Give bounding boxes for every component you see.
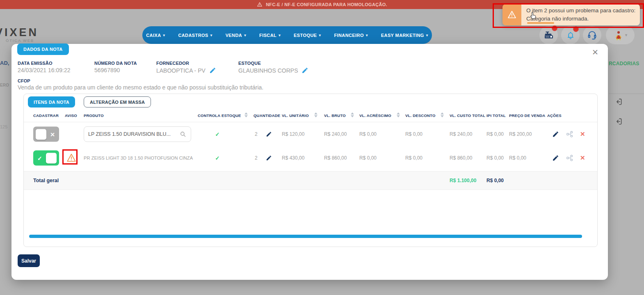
logo-title: VIXEN	[0, 26, 39, 39]
edit-row-pencil-icon[interactable]	[552, 155, 559, 162]
caret-down-icon: ▾	[244, 33, 246, 37]
field-fornecedor: FORNECEDOR LABOOPTICA - PV	[156, 61, 216, 74]
warning-triangle-icon	[257, 2, 263, 7]
vl-desconto-value: R$ 0,00	[405, 131, 422, 137]
vl-acrescimo-value: R$ 0,00	[359, 131, 377, 137]
background-fragment-right: RCADORIAS	[609, 61, 639, 66]
total-row: Total geral R$ 1.100,00 R$ 0,00	[24, 171, 597, 190]
tab-alteracao-em-massa[interactable]: ALTERAÇÃO EM MASSA	[84, 96, 151, 107]
table-row: ✕ ✓ 2 R$ 120,00 R$ 240,00 R$ 0,00 R$ 0,0…	[24, 122, 597, 146]
main-nav: CAIXA▾ CADASTROS▾ VENDA▾ FISCAL▾ ESTOQUE…	[142, 26, 432, 44]
split-item-icon[interactable]	[566, 130, 573, 138]
vl-custo-total-value: R$ 860,00	[450, 155, 472, 161]
caret-down-icon: ▾	[279, 33, 281, 37]
items-card: ITENS DA NOTA ALTERAÇÃO EM MASSA CADASTR…	[23, 94, 598, 247]
col-header-produto: PRODUTO	[84, 113, 104, 118]
quantidade-value: 2	[255, 155, 258, 161]
field-numero-da-nota: NÚMERO DA NOTA 56967890	[94, 61, 137, 73]
col-header-cadastrar: CADASTRAR	[33, 113, 59, 118]
save-button[interactable]: Salvar	[18, 254, 40, 267]
sort-icon[interactable]	[397, 112, 400, 117]
field-data-emissao: DATA EMISSÃO 24/03/2021 16:09:22	[18, 61, 70, 73]
cash-register-icon	[544, 30, 554, 40]
field-value: GLAUBINHOS CORPS	[238, 67, 298, 74]
product-search-field[interactable]	[84, 126, 191, 142]
edit-row-pencil-icon[interactable]	[552, 131, 559, 138]
cadastrar-toggle-on[interactable]: ✓	[33, 151, 59, 166]
vl-custo-total-value: R$ 240,00	[450, 131, 472, 137]
user-menu-button[interactable]: ▾	[606, 26, 635, 44]
cfop-label: CFOP	[18, 78, 30, 83]
edit-quantity-pencil-icon[interactable]	[266, 155, 272, 161]
col-header-vl-bruto: VL. BRUTO	[324, 113, 346, 118]
horizontal-scrollbar[interactable]	[29, 235, 582, 238]
col-header-vl-custo-total: VL. CUSTO TOTAL	[450, 113, 485, 118]
edit-pencil-icon[interactable]	[209, 67, 216, 74]
alert-bar-text: NFC-E / NF-E CONFIGURADA PARA HOMOLOGAÇÃ…	[266, 2, 387, 7]
nav-item-cadastros[interactable]: CADASTROS▾	[171, 33, 219, 38]
nav-item-caixa[interactable]: CAIXA▾	[139, 33, 171, 38]
col-header-preco-de-venda: PREÇO DE VENDA	[509, 113, 545, 118]
nav-item-financeiro[interactable]: FINANCEIRO▾	[327, 33, 374, 38]
field-estoque: ESTOQUE GLAUBINHOS CORPS	[238, 61, 308, 74]
total-label: Total geral	[33, 178, 59, 183]
quantidade-value: 2	[255, 131, 258, 137]
app-logo: VIXEN ÓTICA WEB	[0, 26, 39, 43]
annotation-box-warning	[62, 149, 78, 165]
annotation-box-toast	[493, 3, 644, 28]
vl-acrescimo-value: R$ 0,00	[359, 155, 377, 161]
chevron-down-icon: ▾	[625, 32, 628, 38]
tab-itens-da-nota[interactable]: ITENS DA NOTA	[28, 96, 75, 107]
ipi-total-value: R$ 0,00	[486, 155, 504, 161]
vl-unitario-value: R$ 120,00	[282, 131, 304, 137]
toggle-knob	[36, 129, 46, 139]
sort-icon[interactable]	[244, 112, 248, 117]
vl-bruto-value: R$ 240,00	[324, 131, 347, 137]
field-label: NÚMERO DA NOTA	[94, 61, 137, 66]
preco-de-venda-value: R$ 0,00	[509, 155, 526, 161]
sort-icon[interactable]	[441, 112, 444, 117]
field-value: LABOOPTICA - PV	[156, 67, 206, 74]
vl-unitario-value: R$ 430,00	[282, 155, 304, 161]
logout-icon[interactable]	[614, 117, 623, 126]
sort-icon[interactable]	[351, 112, 354, 117]
headset-icon	[587, 30, 597, 40]
sort-icon[interactable]	[314, 112, 317, 117]
delete-row-icon[interactable]: ✕	[580, 154, 585, 162]
cfop-value: Venda de um produto para um cliente do m…	[18, 84, 263, 91]
product-name: PR ZEISS LIGHT 3D 18 1.50 PHOTOFUSION CI…	[84, 156, 193, 160]
close-icon[interactable]: ✕	[590, 47, 601, 57]
field-value: 24/03/2021 16:09:22	[18, 67, 70, 73]
col-header-vl-desconto: VL. DESCONTO	[405, 113, 435, 118]
field-label: DATA EMISSÃO	[18, 61, 70, 66]
split-item-icon[interactable]	[566, 154, 573, 162]
product-search-input[interactable]	[88, 131, 177, 137]
col-header-vl-unitario: VL. UNITÁRIO	[282, 113, 309, 118]
col-header-quantidade: QUANTIDADE	[253, 113, 280, 118]
caret-down-icon: ▾	[426, 33, 428, 37]
nav-item-fiscal[interactable]: FISCAL▾	[253, 33, 287, 38]
vl-desconto-value: R$ 0,00	[405, 155, 422, 161]
delete-row-icon[interactable]: ✕	[580, 130, 585, 138]
nav-item-easy-marketing[interactable]: EASY MARKETING▾	[375, 33, 435, 38]
caret-down-icon: ▾	[319, 33, 321, 37]
edit-quantity-pencil-icon[interactable]	[266, 131, 272, 137]
caret-down-icon: ▾	[366, 33, 368, 37]
field-value: 56967890	[94, 67, 120, 73]
toggle-knob	[46, 153, 57, 163]
vl-bruto-value: R$ 860,00	[324, 155, 347, 161]
toggle-x-icon: ✕	[48, 131, 57, 137]
nav-item-estoque[interactable]: ESTOQUE▾	[287, 33, 327, 38]
caret-down-icon: ▾	[210, 33, 212, 37]
controla-estoque-check-icon: ✓	[198, 131, 237, 137]
edit-pencil-icon[interactable]	[301, 67, 308, 74]
invoice-data-modal: DADOS DA NOTA ✕ DATA EMISSÃO 24/03/2021 …	[11, 44, 608, 280]
search-icon[interactable]	[179, 130, 187, 138]
avatar	[613, 30, 624, 41]
logout-icon[interactable]	[614, 98, 623, 106]
cadastrar-toggle-off[interactable]: ✕	[33, 127, 59, 142]
support-button[interactable]	[583, 26, 601, 44]
total-ipi-value: R$ 0,00	[486, 178, 504, 183]
nav-item-venda[interactable]: VENDA▾	[219, 33, 253, 38]
col-header-aviso: AVISO	[65, 113, 77, 118]
